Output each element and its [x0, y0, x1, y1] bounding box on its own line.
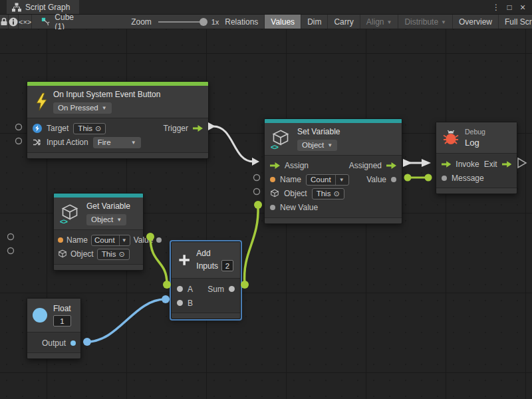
node-category: Debug: [465, 128, 485, 136]
object-picker-icon: ⊙: [118, 250, 124, 259]
chevron-down-icon: ▼: [116, 217, 122, 223]
node-footer: [54, 264, 143, 270]
output-port-label: Output: [42, 338, 66, 348]
new-value-port-label: New Value: [280, 203, 318, 212]
float-value-field[interactable]: 1: [53, 315, 71, 327]
object-field[interactable]: This ⊙: [312, 188, 344, 200]
input-action-dropdown[interactable]: Fire ▼: [93, 137, 141, 148]
object-port-label: Object: [284, 189, 307, 198]
trigger-flow-port[interactable]: [193, 125, 203, 132]
wire-endpoint: [83, 338, 91, 346]
value-port-label: Value: [366, 175, 386, 184]
value-port[interactable]: [391, 177, 396, 182]
input-a-label: A: [188, 285, 193, 294]
plus-icon: [178, 251, 190, 269]
event-type-dropdown[interactable]: On Pressed ▼: [53, 102, 112, 114]
lightning-bolt-icon: [34, 92, 47, 111]
node-footer: [436, 188, 517, 194]
input-action-port-label: Input Action: [47, 138, 88, 147]
node-set-variable[interactable]: <> Set Variable Object ▼ Assign Assigned: [264, 118, 402, 224]
chevron-down-icon: ▼: [102, 105, 107, 111]
value-port[interactable]: [156, 237, 162, 243]
chevron-down-icon: ▼: [131, 140, 136, 146]
wire-endpoint: [146, 233, 154, 241]
sum-port[interactable]: [229, 286, 235, 292]
node-float-literal[interactable]: Float 1 Output: [27, 298, 81, 359]
exit-flow-port[interactable]: [502, 161, 511, 168]
wire-endpoint: [254, 201, 262, 209]
name-port-label: Name: [66, 235, 88, 245]
node-title: Add: [196, 249, 233, 258]
variable-kind-dropdown[interactable]: Object ▼: [297, 140, 337, 151]
assign-port-label: Assign: [285, 161, 309, 170]
wire-endpoint: [404, 174, 412, 182]
message-port[interactable]: [442, 176, 447, 181]
cube-icon: [270, 189, 279, 198]
node-title: Set Variable: [297, 127, 340, 136]
chevron-down-icon: ▼: [122, 237, 127, 243]
inputs-label: Inputs: [196, 261, 218, 271]
get-variable-icon: <>: [61, 203, 80, 223]
sum-port-label: Sum: [207, 285, 224, 294]
wire-endpoint: [163, 281, 171, 289]
wire-endpoint: [425, 174, 432, 182]
node-get-variable[interactable]: <> Get Variable Object ▼ Name Count ▼: [53, 193, 144, 271]
output-port[interactable]: [70, 340, 76, 346]
name-port[interactable]: [58, 237, 63, 243]
node-title: On Input System Event Button: [53, 90, 160, 99]
chevron-down-icon: ▼: [339, 177, 344, 183]
input-action-icon: [33, 138, 42, 146]
float-type-icon: [33, 308, 47, 323]
node-title: Get Variable: [86, 201, 130, 211]
assigned-port-label: Assigned: [349, 161, 382, 170]
variable-name-dropdown[interactable]: Count ▼: [91, 235, 130, 246]
variable-kind-dropdown[interactable]: Object ▼: [86, 214, 126, 225]
node-footer: [27, 152, 208, 158]
input-a-port[interactable]: [177, 286, 183, 292]
assigned-flow-port[interactable]: [386, 162, 396, 169]
input-b-port[interactable]: [177, 300, 183, 306]
input-b-label: B: [188, 299, 193, 308]
node-title: Log: [465, 138, 485, 148]
invoke-flow-port[interactable]: [442, 161, 451, 168]
exit-port-label: Exit: [484, 160, 497, 169]
name-port-label: Name: [280, 175, 301, 184]
inputs-count-field[interactable]: 2: [221, 260, 233, 271]
node-add[interactable]: Add Inputs 2 A Sum B: [171, 241, 241, 319]
chevron-down-icon: ▼: [327, 142, 332, 148]
object-field[interactable]: This ⊙: [97, 249, 130, 260]
node-footer: [172, 313, 240, 319]
object-picker-icon: ⊙: [95, 124, 101, 133]
node-on-input-system-event-button[interactable]: On Input System Event Button On Pressed …: [27, 81, 209, 159]
node-footer: [27, 352, 80, 358]
input-system-icon: [33, 124, 42, 133]
node-footer: [265, 217, 402, 223]
message-port-label: Message: [452, 174, 484, 183]
object-port-label: Object: [70, 249, 94, 259]
trigger-port-label: Trigger: [163, 124, 188, 133]
variable-name-dropdown[interactable]: Count ▼: [306, 174, 349, 186]
target-object-field[interactable]: This ⊙: [73, 123, 106, 134]
invoke-port-label: Invoke: [456, 160, 479, 169]
node-debug-log[interactable]: Debug Log Invoke Exit Message: [436, 122, 517, 194]
wire-endpoint: [241, 281, 249, 289]
name-port[interactable]: [270, 177, 275, 182]
bug-icon: [443, 130, 459, 146]
target-port-label: Target: [47, 124, 68, 133]
set-variable-icon: <>: [271, 129, 291, 149]
new-value-port[interactable]: [270, 205, 275, 210]
cube-icon: [58, 249, 67, 259]
assign-flow-port[interactable]: [270, 162, 280, 169]
object-picker-icon: ⊙: [333, 190, 339, 198]
node-title: Float: [53, 304, 71, 313]
wire-endpoint: [162, 295, 170, 303]
